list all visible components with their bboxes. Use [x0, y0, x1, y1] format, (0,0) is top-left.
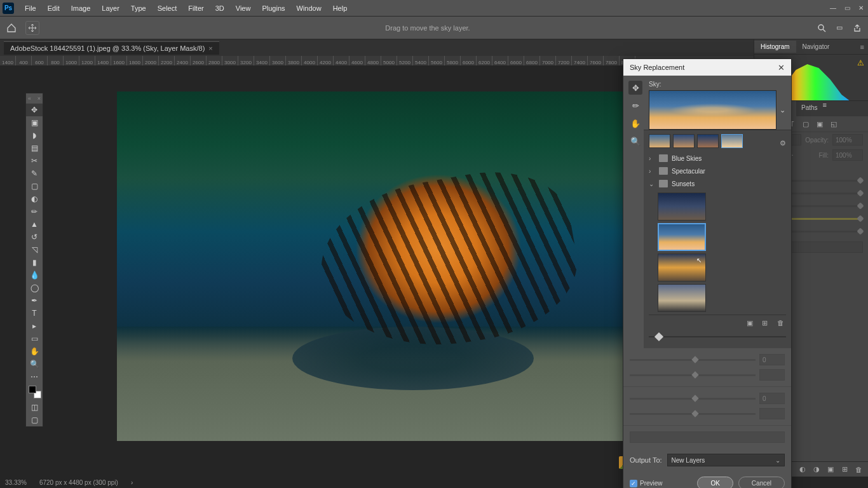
- sky-move-tool-icon[interactable]: ✥: [628, 81, 642, 95]
- quick-mask-icon[interactable]: ◫: [26, 401, 43, 414]
- sky-preview-thumbnail[interactable]: [649, 90, 776, 130]
- menu-plugins[interactable]: Plugins: [256, 2, 290, 15]
- delete-layer-icon[interactable]: 🗑: [854, 465, 863, 474]
- histogram-warning-icon[interactable]: ⚠: [857, 58, 864, 67]
- panel-menu-icon[interactable]: ≡: [857, 43, 868, 51]
- zoom-level[interactable]: 33.33%: [5, 479, 27, 486]
- search-icon[interactable]: [816, 22, 827, 34]
- path-select-tool-icon[interactable]: ▸: [26, 320, 43, 332]
- zoom-tool-icon[interactable]: 🔍: [26, 358, 43, 370]
- shape-tool-icon[interactable]: ▭: [26, 332, 43, 345]
- fade-edge-field[interactable]: [759, 369, 785, 381]
- workspace-icon[interactable]: ▭: [834, 22, 845, 34]
- move-tool-icon[interactable]: ✥: [26, 104, 43, 116]
- window-close-icon[interactable]: ✕: [857, 4, 865, 13]
- menu-select[interactable]: Select: [152, 2, 183, 15]
- canvas[interactable]: [117, 92, 702, 441]
- new-group-icon[interactable]: ▣: [826, 465, 835, 474]
- menu-type[interactable]: Type: [125, 2, 152, 15]
- fill-field[interactable]: 100%: [832, 149, 863, 161]
- scale-field[interactable]: [630, 431, 785, 443]
- dialog-close-icon[interactable]: ✕: [778, 63, 785, 72]
- object-select-tool-icon[interactable]: ▤: [26, 142, 43, 154]
- eyedropper-tool-icon[interactable]: ✎: [26, 167, 43, 180]
- new-sky-icon[interactable]: ⊞: [762, 319, 771, 328]
- history-brush-tool-icon[interactable]: ↺: [26, 231, 43, 243]
- cancel-button[interactable]: Cancel: [738, 477, 785, 488]
- ok-button[interactable]: OK: [697, 477, 733, 488]
- clone-stamp-tool-icon[interactable]: ▲: [26, 218, 43, 231]
- hand-tool-icon[interactable]: ✋: [26, 345, 43, 358]
- menu-image[interactable]: Image: [65, 2, 97, 15]
- panel-menu-icon[interactable]: ≡: [823, 101, 827, 116]
- sky-recent-thumb[interactable]: [721, 134, 743, 148]
- filter-shape-icon[interactable]: ▢: [801, 119, 810, 128]
- tab-histogram[interactable]: Histogram: [754, 41, 796, 53]
- crop-tool-icon[interactable]: ✂: [26, 154, 43, 167]
- document-info[interactable]: 6720 px x 4480 px (300 ppi): [39, 479, 118, 486]
- sky-recent-thumb[interactable]: [697, 134, 719, 148]
- lasso-tool-icon[interactable]: ◗: [26, 129, 43, 142]
- edit-toolbar-icon[interactable]: ⋯: [26, 370, 43, 383]
- window-minimize-icon[interactable]: —: [829, 4, 837, 13]
- sunset-preset-thumb[interactable]: [658, 284, 706, 312]
- tab-navigator[interactable]: Navigator: [796, 41, 836, 53]
- share-icon[interactable]: [851, 22, 863, 34]
- tools-close-icon[interactable]: ×: [37, 95, 41, 102]
- temperature-field[interactable]: [759, 408, 785, 419]
- eraser-tool-icon[interactable]: ◹: [26, 243, 43, 256]
- delete-sky-icon[interactable]: 🗑: [777, 319, 786, 328]
- sky-dropdown-chevron-icon[interactable]: ⌄: [779, 90, 786, 130]
- sky-recent-thumb[interactable]: [673, 134, 695, 148]
- sunset-preset-thumb-selected[interactable]: [658, 223, 706, 251]
- foreground-color-swatch[interactable]: [29, 386, 36, 393]
- frame-tool-icon[interactable]: ▢: [26, 180, 43, 193]
- import-sky-icon[interactable]: ▣: [747, 319, 756, 328]
- opacity-field[interactable]: 100%: [832, 134, 863, 146]
- home-icon[interactable]: [5, 22, 18, 34]
- menu-edit[interactable]: Edit: [42, 2, 65, 15]
- window-maximize-icon[interactable]: ▭: [843, 4, 851, 13]
- sky-category-blue-skies[interactable]: › Blue Skies: [649, 152, 786, 165]
- blur-tool-icon[interactable]: 💧: [26, 269, 43, 281]
- shift-edge-field[interactable]: 0: [759, 354, 785, 365]
- menu-layer[interactable]: Layer: [96, 2, 125, 15]
- type-tool-icon[interactable]: T: [26, 307, 43, 320]
- menu-window[interactable]: Window: [291, 2, 327, 15]
- menu-file[interactable]: File: [19, 2, 42, 15]
- sunset-preset-thumb[interactable]: [658, 193, 706, 220]
- color-swatches[interactable]: [26, 383, 43, 401]
- brightness-field[interactable]: 0: [759, 393, 785, 404]
- preview-checkbox[interactable]: ✓ Preview: [630, 480, 663, 487]
- filter-smart-icon[interactable]: ▣: [815, 119, 824, 128]
- marquee-tool-icon[interactable]: ▣: [26, 116, 43, 129]
- spot-heal-tool-icon[interactable]: ◐: [26, 193, 43, 205]
- menu-filter[interactable]: Filter: [182, 2, 209, 15]
- menu-help[interactable]: Help: [327, 2, 353, 15]
- sky-hand-tool-icon[interactable]: ✋: [628, 116, 642, 130]
- add-mask-icon[interactable]: ◐: [798, 465, 807, 474]
- sky-picker-gear-icon[interactable]: ⚙: [780, 139, 786, 147]
- sky-category-spectacular[interactable]: › Spectacular: [649, 165, 786, 177]
- sunset-preset-thumb[interactable]: [658, 254, 706, 281]
- menu-3d[interactable]: 3D: [210, 2, 230, 15]
- sky-recent-thumb[interactable]: [649, 134, 670, 148]
- sky-zoom-tool-icon[interactable]: 🔍: [628, 134, 642, 148]
- document-tab[interactable]: AdobeStock 184425591 (1).jpeg @ 33.3% (S…: [4, 41, 219, 55]
- tab-paths[interactable]: Paths: [796, 101, 823, 116]
- new-layer-icon[interactable]: ⊞: [840, 465, 849, 474]
- screen-mode-icon[interactable]: ▢: [26, 414, 43, 426]
- menu-view[interactable]: View: [230, 2, 257, 15]
- dodge-tool-icon[interactable]: ◯: [26, 281, 43, 294]
- status-chevron-icon[interactable]: ›: [131, 479, 133, 486]
- dialog-titlebar[interactable]: Sky Replacement ✕: [623, 59, 791, 76]
- document-tab-close-icon[interactable]: ×: [208, 44, 212, 52]
- gradient-tool-icon[interactable]: ▮: [26, 256, 43, 269]
- move-tool-options-icon[interactable]: [25, 21, 39, 35]
- thumbnail-size-slider[interactable]: [649, 332, 786, 342]
- sky-category-sunsets[interactable]: ⌄ Sunsets: [649, 177, 786, 190]
- output-to-dropdown[interactable]: New Layers ⌄: [667, 454, 785, 466]
- new-adjustment-icon[interactable]: ◑: [812, 465, 821, 474]
- filter-artboard-icon[interactable]: ◱: [829, 119, 838, 128]
- pen-tool-icon[interactable]: ✒: [26, 294, 43, 307]
